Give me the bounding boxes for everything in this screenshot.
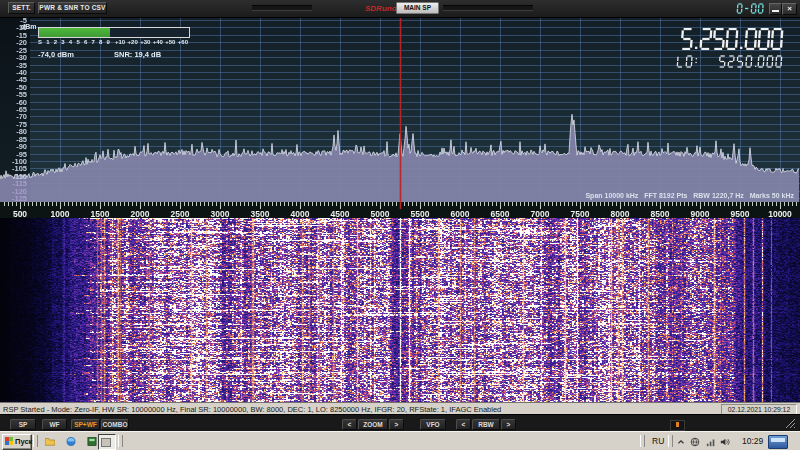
vfo-button[interactable]: VFO bbox=[420, 419, 446, 430]
close-button[interactable]: × bbox=[782, 3, 797, 15]
memory-timer-display bbox=[736, 3, 770, 14]
volume-icon[interactable] bbox=[720, 437, 730, 447]
frequency-display[interactable] bbox=[680, 28, 789, 50]
quicklaunch-divider bbox=[118, 435, 123, 447]
pwr-snr-csv-button[interactable]: PWR & SNR TO CSV bbox=[38, 2, 107, 14]
windows-logo-icon bbox=[5, 437, 14, 446]
taskbar-clock[interactable]: 10:29 bbox=[742, 436, 763, 446]
power-readout: -74,0 dBm bbox=[38, 50, 74, 59]
start-button[interactable]: Пуск bbox=[2, 434, 32, 450]
taskbar-handle[interactable] bbox=[33, 435, 38, 447]
minimize-icon bbox=[772, 10, 779, 12]
zoom-in-button[interactable]: > bbox=[389, 419, 404, 430]
close-icon: × bbox=[783, 4, 796, 13]
wf-button[interactable]: WF bbox=[42, 419, 67, 430]
spectrum-info-text: Span 10000 kHz FFT 8192 Pts RBW 1220,7 H… bbox=[585, 192, 794, 199]
rbw-up-button[interactable]: > bbox=[501, 419, 516, 430]
sp-button[interactable]: SP bbox=[10, 419, 36, 430]
activity-indicator bbox=[670, 420, 685, 431]
rbw-down-button[interactable]: < bbox=[456, 419, 471, 430]
show-desktop-screen bbox=[771, 438, 785, 442]
signal-meter bbox=[38, 27, 190, 38]
network-icon[interactable] bbox=[690, 437, 700, 447]
zoom-out-button[interactable]: < bbox=[342, 419, 357, 430]
settings-button[interactable]: SETT. bbox=[8, 2, 35, 14]
status-bar: RSP Started - Mode: Zero-IF, HW SR: 1000… bbox=[0, 402, 800, 414]
sdruno-main-window: SETT. PWR & SNR TO CSV SDRuno MAIN SP × … bbox=[0, 0, 800, 450]
meter-scale-s-units: S123456789 bbox=[38, 39, 110, 45]
status-text: RSP Started - Mode: Zero-IF, HW SR: 1000… bbox=[3, 405, 501, 414]
combo-button[interactable]: COMBO bbox=[101, 419, 129, 430]
meter-scale-plus-db: +10+20+30+40+50+60 bbox=[115, 39, 188, 45]
tray-divider bbox=[640, 435, 645, 447]
browser-icon[interactable] bbox=[66, 437, 76, 446]
titlebar-groove bbox=[443, 5, 533, 11]
tray-divider bbox=[668, 435, 673, 447]
control-bar: SP WF SP+WF COMBO < ZOOM > VFO < RBW > bbox=[0, 414, 800, 431]
zoom-label: ZOOM bbox=[358, 419, 388, 430]
minimize-button[interactable] bbox=[769, 3, 782, 15]
show-desktop-icon[interactable] bbox=[768, 435, 788, 449]
signal-meter-fill bbox=[39, 28, 110, 37]
sdruno-logo: SDRuno bbox=[365, 4, 397, 13]
active-task-button[interactable] bbox=[98, 434, 116, 450]
app-icon[interactable] bbox=[87, 437, 97, 446]
resize-grip[interactable] bbox=[785, 418, 796, 429]
task-icon bbox=[101, 438, 111, 447]
snr-readout: SNR: 19,4 dB bbox=[114, 50, 161, 59]
waterfall-display[interactable] bbox=[0, 218, 800, 402]
folder-icon[interactable] bbox=[45, 437, 55, 446]
hidden-icons-arrow-icon[interactable] bbox=[676, 437, 686, 447]
lo-label bbox=[676, 55, 703, 68]
windows-taskbar: Пуск RU bbox=[0, 431, 800, 450]
start-button-label: Пуск bbox=[15, 437, 32, 446]
activity-indicator-icon bbox=[676, 422, 679, 427]
meter-unit-label: dBm bbox=[21, 23, 37, 30]
signal-strength-icon[interactable] bbox=[706, 437, 716, 447]
title-bar: SETT. PWR & SNR TO CSV SDRuno MAIN SP × bbox=[0, 0, 800, 18]
lo-frequency-display[interactable] bbox=[718, 55, 789, 68]
titlebar-groove bbox=[252, 5, 312, 11]
sp-wf-button[interactable]: SP+WF bbox=[71, 419, 100, 430]
rbw-label: RBW bbox=[472, 419, 500, 430]
language-indicator[interactable]: RU bbox=[652, 436, 664, 446]
main-sp-label[interactable]: MAIN SP bbox=[396, 2, 439, 14]
